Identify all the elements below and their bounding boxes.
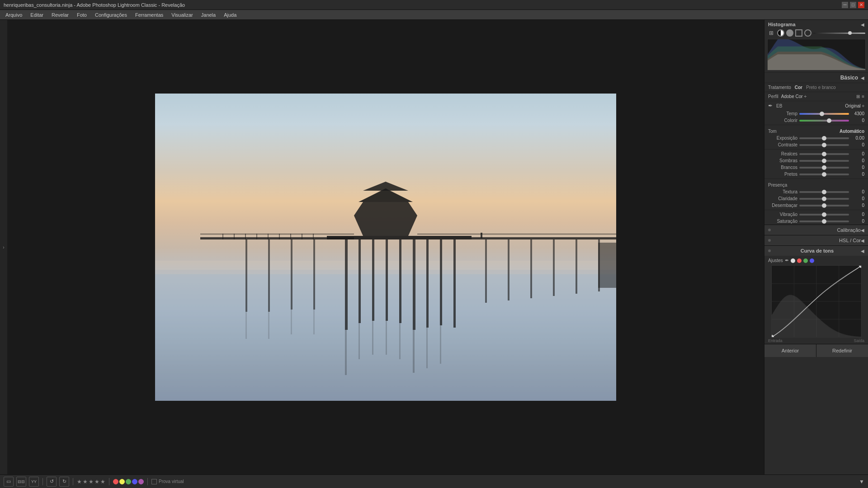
- pretos-slider[interactable]: [799, 174, 849, 175]
- svg-rect-46: [245, 312, 247, 339]
- menu-configuracoes[interactable]: Configurações: [91, 11, 131, 19]
- histogram-collapse-arrow[interactable]: ◀: [861, 22, 864, 27]
- left-panel-strip[interactable]: ›: [0, 20, 7, 474]
- curve-dot-red[interactable]: [797, 258, 802, 263]
- hist-circle-outline-icon[interactable]: [804, 29, 811, 37]
- hist-circle-half-icon[interactable]: [777, 29, 784, 37]
- color-green[interactable]: [126, 479, 131, 484]
- close-button[interactable]: ✕: [858, 2, 864, 8]
- virtual-copy-toggle[interactable]: Prova virtual: [151, 479, 184, 484]
- vibracao-slider[interactable]: [799, 214, 849, 216]
- claridade-value[interactable]: 0: [851, 196, 864, 201]
- restore-button[interactable]: □: [850, 2, 856, 8]
- brancos-value[interactable]: 0: [851, 165, 864, 170]
- minimize-button[interactable]: ─: [842, 2, 848, 8]
- curve-dot-blue[interactable]: [810, 258, 814, 263]
- treatment-pb[interactable]: Preto e branco: [806, 85, 836, 90]
- contraste-slider[interactable]: [799, 144, 849, 146]
- menu-janela[interactable]: Janela: [198, 11, 219, 19]
- svg-rect-41: [386, 321, 387, 355]
- hsl-arrow[interactable]: ◀: [861, 238, 864, 243]
- realces-value[interactable]: 0: [851, 151, 864, 156]
- tom-auto-button[interactable]: Automático: [840, 129, 864, 134]
- toolbar-down-arrow[interactable]: ▼: [859, 479, 864, 485]
- svg-rect-25: [426, 239, 429, 328]
- wb-preset-select[interactable]: Original ÷: [845, 103, 864, 108]
- color-yellow[interactable]: [119, 479, 125, 484]
- saturacao-value[interactable]: 0: [851, 219, 864, 224]
- saturacao-slider[interactable]: [799, 221, 849, 222]
- tone-curve-arrow[interactable]: ◀: [861, 249, 864, 253]
- curve-dot-green[interactable]: [803, 258, 808, 263]
- contraste-slider-row: Contraste 0: [764, 141, 868, 148]
- curve-bottom-buttons: Anterior Redefinir: [764, 344, 868, 357]
- tone-curve-canvas[interactable]: [771, 265, 862, 338]
- profile-grid-icon[interactable]: ⊞: [856, 94, 860, 99]
- basico-collapse-arrow[interactable]: ◀: [861, 75, 864, 80]
- rotate-right-button[interactable]: ↻: [59, 477, 69, 487]
- toolbar-sep-4: [147, 478, 148, 485]
- view-single-button[interactable]: ▭: [4, 477, 14, 487]
- exposicao-slider[interactable]: [799, 137, 849, 139]
- textura-slider[interactable]: [799, 191, 849, 193]
- hist-circle-icon[interactable]: [786, 29, 793, 37]
- profile-value[interactable]: Adobe Cor ÷: [781, 94, 854, 99]
- temp-value[interactable]: 4300: [851, 111, 864, 116]
- svg-rect-26: [440, 239, 442, 325]
- menu-visualizar[interactable]: Visualizar: [168, 11, 197, 19]
- desembacar-value[interactable]: 0: [851, 203, 864, 208]
- star-5[interactable]: ★: [100, 479, 105, 485]
- view-compare-button[interactable]: ⊟⊟: [16, 477, 26, 487]
- left-panel-toggle[interactable]: ›: [3, 245, 4, 250]
- color-blue[interactable]: [132, 479, 137, 484]
- menu-ferramentas[interactable]: Ferramentas: [132, 11, 167, 19]
- anterior-button[interactable]: Anterior: [764, 344, 816, 357]
- color-red[interactable]: [113, 479, 118, 484]
- main-layout: ›: [0, 20, 868, 474]
- treatment-cor[interactable]: Cor: [795, 85, 802, 90]
- colorir-slider[interactable]: [799, 120, 849, 122]
- sombras-label: Sombras: [768, 158, 797, 163]
- svg-rect-31: [313, 239, 315, 310]
- star-4[interactable]: ★: [94, 479, 99, 485]
- star-1[interactable]: ★: [77, 479, 82, 485]
- virtual-copy-checkbox[interactable]: [151, 479, 157, 484]
- hsl-header[interactable]: HSL / Cor ◀: [764, 235, 868, 245]
- temp-slider[interactable]: [799, 113, 849, 115]
- star-3[interactable]: ★: [89, 479, 94, 485]
- curve-dot-white[interactable]: [791, 258, 795, 263]
- calibracao-header[interactable]: Calibração ◀: [764, 225, 868, 235]
- view-survey-button[interactable]: YY: [29, 477, 39, 487]
- menu-foto[interactable]: Foto: [73, 11, 90, 19]
- exposicao-value[interactable]: 0.00: [851, 136, 864, 141]
- sombras-value[interactable]: 0: [851, 158, 864, 163]
- realces-slider[interactable]: [799, 153, 849, 155]
- textura-value[interactable]: 0: [851, 189, 864, 194]
- menu-arquivo[interactable]: Arquivo: [2, 11, 26, 19]
- menu-ajuda[interactable]: Ajuda: [220, 11, 240, 19]
- contraste-value[interactable]: 0: [851, 142, 864, 147]
- menu-revelar[interactable]: Revelar: [48, 11, 72, 19]
- colorir-value[interactable]: 0: [851, 118, 864, 123]
- desembacar-slider[interactable]: [799, 205, 849, 206]
- brancos-slider[interactable]: [799, 167, 849, 169]
- textura-label: Textura: [768, 189, 797, 194]
- color-purple[interactable]: [138, 479, 144, 484]
- hist-rect-icon[interactable]: [795, 29, 802, 37]
- sombras-slider[interactable]: [799, 160, 849, 162]
- svg-rect-40: [372, 321, 373, 355]
- redefinir-button[interactable]: Redefinir: [816, 344, 868, 357]
- claridade-slider[interactable]: [799, 198, 849, 200]
- wb-eyedropper[interactable]: ✒: [768, 103, 773, 109]
- profile-list-icon[interactable]: ≡: [862, 94, 864, 99]
- rotate-left-button[interactable]: ↺: [47, 477, 57, 487]
- menu-editar[interactable]: Editar: [27, 11, 47, 19]
- vibracao-value[interactable]: 0: [851, 212, 864, 217]
- pretos-value[interactable]: 0: [851, 172, 864, 177]
- svg-rect-50: [481, 233, 482, 238]
- curve-eyedropper[interactable]: ✒: [785, 258, 789, 263]
- star-2[interactable]: ★: [83, 479, 88, 485]
- calibracao-arrow[interactable]: ◀: [861, 228, 864, 233]
- hist-grid-icon[interactable]: ⊞: [767, 29, 775, 37]
- realces-slider-row: Realces 0: [764, 150, 868, 157]
